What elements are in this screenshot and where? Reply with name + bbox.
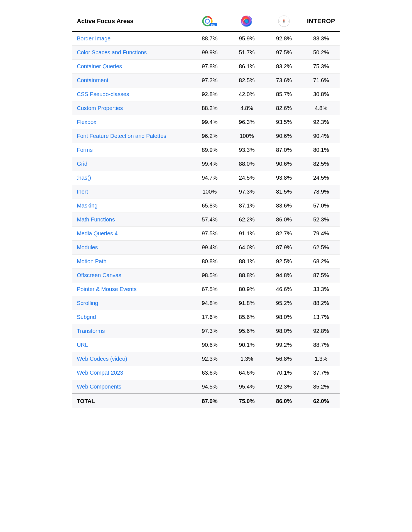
row-safari: 83.6% xyxy=(265,199,302,213)
table-row[interactable]: URL 90.6% 90.1% 99.2% 88.7% xyxy=(72,338,340,352)
row-name[interactable]: Subgrid xyxy=(72,310,191,324)
row-interop: 80.1% xyxy=(303,143,340,157)
row-name[interactable]: Pointer & Mouse Events xyxy=(72,282,191,296)
row-name[interactable]: Modules xyxy=(72,241,191,255)
row-name[interactable]: Color Spaces and Functions xyxy=(72,46,191,60)
row-name[interactable]: Web Codecs (video) xyxy=(72,352,191,366)
row-safari: 95.2% xyxy=(265,296,302,310)
row-chrome: 99.4% xyxy=(191,157,228,171)
table-row[interactable]: Forms 89.9% 93.3% 87.0% 80.1% xyxy=(72,143,340,157)
interop-header: INTEROP xyxy=(303,11,340,31)
row-safari: 86.0% xyxy=(265,213,302,227)
row-firefox: 82.5% xyxy=(228,74,265,87)
table-row[interactable]: Media Queries 4 97.5% 91.1% 82.7% 79.4% xyxy=(72,227,340,241)
table-row[interactable]: :has() 94.7% 24.5% 93.8% 24.5% xyxy=(72,171,340,185)
total-firefox: 75.0% xyxy=(228,394,265,408)
table-row[interactable]: Motion Path 80.8% 88.1% 92.5% 68.2% xyxy=(72,255,340,269)
row-interop: 83.3% xyxy=(303,31,340,46)
row-name[interactable]: :has() xyxy=(72,171,191,185)
row-safari: 99.2% xyxy=(265,338,302,352)
row-firefox: 51.7% xyxy=(228,46,265,60)
total-safari: 86.0% xyxy=(265,394,302,408)
row-chrome: 57.4% xyxy=(191,213,228,227)
table-row[interactable]: Math Functions 57.4% 62.2% 86.0% 52.3% xyxy=(72,213,340,227)
row-name[interactable]: Motion Path xyxy=(72,255,191,269)
row-name[interactable]: Inert xyxy=(72,185,191,199)
row-safari: 73.6% xyxy=(265,74,302,87)
table-row[interactable]: Web Components 94.5% 95.4% 92.3% 85.2% xyxy=(72,380,340,394)
row-name[interactable]: Grid xyxy=(72,157,191,171)
row-interop: 33.3% xyxy=(303,282,340,296)
row-firefox: 88.8% xyxy=(228,269,265,282)
table-row[interactable]: Containment 97.2% 82.5% 73.6% 71.6% xyxy=(72,74,340,87)
row-chrome: 92.3% xyxy=(191,352,228,366)
row-interop: 1.3% xyxy=(303,352,340,366)
svg-point-9 xyxy=(245,19,248,23)
row-name[interactable]: Offscreen Canvas xyxy=(72,269,191,282)
table-row[interactable]: Modules 99.4% 64.0% 87.9% 62.5% xyxy=(72,241,340,255)
row-interop: 68.2% xyxy=(303,255,340,269)
row-name[interactable]: Math Functions xyxy=(72,213,191,227)
svg-text:Dev: Dev xyxy=(211,24,215,26)
row-firefox: 95.6% xyxy=(228,324,265,338)
table-row[interactable]: Scrolling 94.8% 91.8% 95.2% 88.2% xyxy=(72,296,340,310)
row-firefox: 88.1% xyxy=(228,255,265,269)
row-safari: 85.7% xyxy=(265,87,302,101)
row-safari: 83.2% xyxy=(265,60,302,74)
row-interop: 4.8% xyxy=(303,101,340,115)
row-firefox: 64.0% xyxy=(228,241,265,255)
table-row[interactable]: Border Image 88.7% 95.9% 92.8% 83.3% xyxy=(72,31,340,46)
table-row[interactable]: Color Spaces and Functions 99.9% 51.7% 9… xyxy=(72,46,340,60)
row-safari: 93.5% xyxy=(265,115,302,129)
row-chrome: 92.8% xyxy=(191,87,228,101)
row-safari: 56.8% xyxy=(265,352,302,366)
table-row[interactable]: Subgrid 17.6% 85.6% 98.0% 13.7% xyxy=(72,310,340,324)
firefox-header xyxy=(228,11,265,31)
row-name[interactable]: Border Image xyxy=(72,31,191,46)
total-row: TOTAL 87.0% 75.0% 86.0% 62.0% xyxy=(72,394,340,408)
row-interop: 79.4% xyxy=(303,227,340,241)
table-row[interactable]: Web Codecs (video) 92.3% 1.3% 56.8% 1.3% xyxy=(72,352,340,366)
row-name[interactable]: Masking xyxy=(72,199,191,213)
table-row[interactable]: Pointer & Mouse Events 67.5% 80.9% 46.6%… xyxy=(72,282,340,296)
row-name[interactable]: Scrolling xyxy=(72,296,191,310)
row-safari: 82.6% xyxy=(265,101,302,115)
row-name[interactable]: Forms xyxy=(72,143,191,157)
row-name[interactable]: CSS Pseudo-classes xyxy=(72,87,191,101)
total-chrome: 87.0% xyxy=(191,394,228,408)
row-interop: 87.5% xyxy=(303,269,340,282)
table-row[interactable]: Container Queries 97.8% 86.1% 83.2% 75.3… xyxy=(72,60,340,74)
row-name[interactable]: Media Queries 4 xyxy=(72,227,191,241)
row-interop: 85.2% xyxy=(303,380,340,394)
row-firefox: 93.3% xyxy=(228,143,265,157)
row-chrome: 99.9% xyxy=(191,46,228,60)
row-chrome: 97.2% xyxy=(191,74,228,87)
row-name[interactable]: Font Feature Detection and Palettes xyxy=(72,129,191,143)
row-name[interactable]: Custom Properties xyxy=(72,101,191,115)
row-name[interactable]: URL xyxy=(72,338,191,352)
row-name[interactable]: Web Compat 2023 xyxy=(72,366,191,380)
row-name[interactable]: Containment xyxy=(72,74,191,87)
row-chrome: 67.5% xyxy=(191,282,228,296)
safari-icon xyxy=(278,15,290,27)
table-row[interactable]: Inert 100% 97.3% 81.5% 78.9% xyxy=(72,185,340,199)
table-row[interactable]: Transforms 97.3% 95.6% 98.0% 92.8% xyxy=(72,324,340,338)
row-firefox: 4.8% xyxy=(228,101,265,115)
table-row[interactable]: Grid 99.4% 88.0% 90.6% 82.5% xyxy=(72,157,340,171)
table-row[interactable]: Font Feature Detection and Palettes 96.2… xyxy=(72,129,340,143)
table-row[interactable]: Masking 65.8% 87.1% 83.6% 57.0% xyxy=(72,199,340,213)
row-chrome: 97.8% xyxy=(191,60,228,74)
table-row[interactable]: CSS Pseudo-classes 92.8% 42.0% 85.7% 30.… xyxy=(72,87,340,101)
row-chrome: 94.8% xyxy=(191,296,228,310)
table-row[interactable]: Custom Properties 88.2% 4.8% 82.6% 4.8% xyxy=(72,101,340,115)
table-row[interactable]: Offscreen Canvas 98.5% 88.8% 94.8% 87.5% xyxy=(72,269,340,282)
table-row[interactable]: Web Compat 2023 63.6% 64.6% 70.1% 37.7% xyxy=(72,366,340,380)
row-name[interactable]: Container Queries xyxy=(72,60,191,74)
row-name[interactable]: Transforms xyxy=(72,324,191,338)
row-name[interactable]: Web Components xyxy=(72,380,191,394)
row-firefox: 95.4% xyxy=(228,380,265,394)
row-firefox: 91.8% xyxy=(228,296,265,310)
row-name[interactable]: Flexbox xyxy=(72,115,191,129)
table-row[interactable]: Flexbox 99.4% 96.3% 93.5% 92.3% xyxy=(72,115,340,129)
row-safari: 82.7% xyxy=(265,227,302,241)
